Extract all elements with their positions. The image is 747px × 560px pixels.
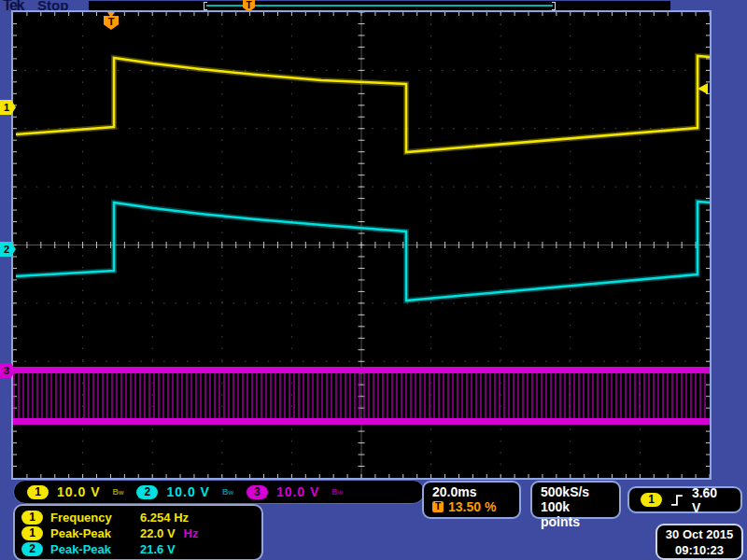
trigger-position-marker[interactable]: T [104, 12, 119, 30]
datetime-box: 30 Oct 2015 09:10:23 [655, 524, 743, 560]
bandwidth-limit-icon: Bw [222, 487, 233, 497]
bandwidth-limit-icon: Bw [112, 487, 123, 497]
horizontal-settings-box[interactable]: 20.0ms T 13.50 % [422, 481, 521, 519]
measurement-source-badge: 2 [21, 542, 43, 556]
measurement-source-badge: 1 [21, 526, 43, 540]
waveform-ch3-rail [13, 367, 710, 373]
record-window-start-bracket [204, 2, 207, 10]
time-label: 09:10:23 [657, 542, 741, 558]
channel-1-readout[interactable]: 110.0 VBw [27, 484, 123, 499]
date-label: 30 Oct 2015 [657, 526, 741, 542]
measurement-name: Frequency [50, 511, 133, 525]
measurement-suffix: Hz [184, 526, 199, 540]
measurements-panel: 1Frequency6.254 Hz1Peak-Peak22.0 VHz2Pea… [13, 504, 263, 560]
trigger-flag-icon: T [104, 16, 119, 30]
acquisition-box[interactable]: 500kS/s 100k points [530, 481, 621, 519]
channel-readouts-bar: 110.0 VBw210.0 VBw310.0 VBw [13, 480, 425, 504]
waveform-ch2 [16, 202, 710, 301]
record-length: 100k points [541, 499, 611, 529]
rising-edge-icon [670, 494, 684, 507]
trigger-position-percent: 13.50 % [448, 499, 496, 514]
bandwidth-limit-sub: w [338, 489, 343, 496]
measurement-row: 2Peak-Peak21.6 V [21, 541, 255, 557]
bandwidth-limit-sub: w [228, 489, 233, 496]
waveform-ch3-rail [13, 418, 710, 425]
trigger-t-icon: T [432, 501, 444, 512]
bandwidth-limit-icon: Bw [331, 487, 343, 497]
channel-1-scale: 10.0 V [57, 484, 100, 499]
measurement-row: 1Peak-Peak22.0 VHz [21, 525, 255, 541]
waveform-ch2 [16, 202, 710, 301]
trigger-level-value: 3.60 V [692, 485, 729, 515]
channel-3-readout[interactable]: 310.0 VBw [247, 484, 343, 499]
measurement-value: 6.254 Hz [140, 511, 189, 525]
measurement-source-badge: 1 [21, 511, 43, 525]
record-window-line [206, 5, 553, 7]
trigger-level-arrow[interactable] [698, 83, 708, 94]
measurement-value: 21.6 V [140, 542, 176, 556]
trigger-source-badge: 1 [641, 493, 662, 507]
channel-2-scale: 10.0 V [166, 484, 209, 499]
measurement-name: Peak-Peak [50, 542, 133, 556]
channel-2-readout[interactable]: 210.0 VBw [136, 484, 233, 499]
bandwidth-limit-sub: w [119, 489, 123, 496]
channel-3-badge: 3 [247, 485, 268, 499]
trigger-readout-box[interactable]: 1 3.60 V [627, 486, 742, 513]
channel-2-badge: 2 [136, 485, 158, 499]
channel-3-scale: 10.0 V [276, 484, 319, 499]
waveform-display [13, 12, 710, 478]
channel-1-badge: 1 [27, 485, 49, 499]
measurement-value: 22.0 V [140, 526, 176, 540]
record-window-end-bracket [552, 2, 556, 10]
graticule-area: T [11, 10, 712, 480]
sample-rate: 500kS/s [541, 484, 611, 499]
horizontal-scale: 20.0ms [432, 484, 511, 499]
measurement-name: Peak-Peak [50, 526, 133, 540]
measurement-row: 1Frequency6.254 Hz [21, 510, 255, 525]
